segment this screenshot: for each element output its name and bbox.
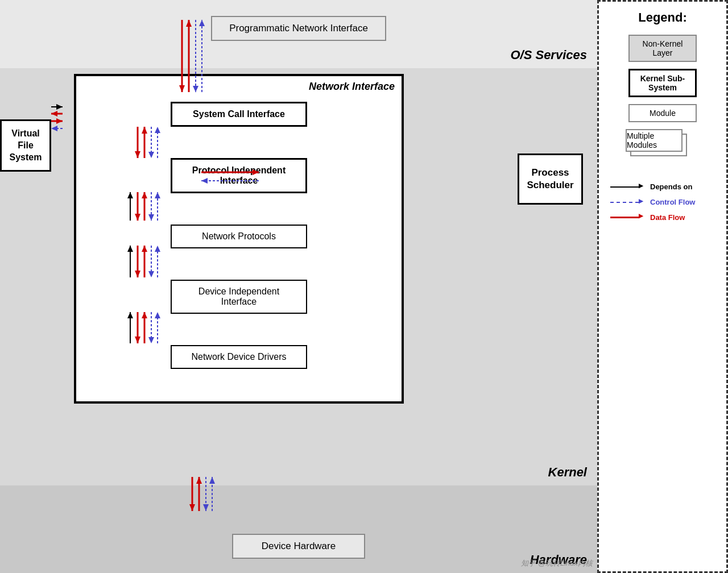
system-call-interface-box: System Call Interface: [171, 102, 307, 127]
svg-marker-33: [127, 192, 133, 198]
network-interface-big-box: Network Interface System Call Interface …: [74, 74, 404, 404]
legend-depends-on-row: Depends on: [610, 182, 715, 191]
os-services-layer: Programmatic Network Interface O/S Servi…: [0, 0, 597, 68]
svg-marker-9: [135, 214, 140, 221]
network-protocols-box: Network Protocols: [171, 225, 307, 248]
legend-multiple-modules-front: Multiple Modules: [626, 129, 682, 152]
device-independent-interface-box: Device Independent Interface: [171, 280, 307, 314]
control-flow-label: Control Flow: [650, 198, 695, 206]
hardware-arrows-svg: [11, 494, 586, 528]
svg-marker-25: [135, 337, 140, 343]
svg-marker-23: [155, 246, 160, 252]
legend-title: Legend:: [610, 10, 715, 25]
svg-marker-63: [203, 504, 209, 511]
depends-on-arrow: [610, 186, 639, 188]
process-scheduler-box: Process Scheduler: [518, 153, 583, 205]
network-protocols-label: Network Protocols: [202, 231, 276, 241]
svg-marker-5: [148, 152, 154, 158]
svg-marker-3: [142, 127, 147, 134]
legend-multiple-modules-label: Multiple Modules: [627, 131, 681, 150]
svg-marker-15: [155, 192, 160, 198]
svg-marker-59: [189, 504, 195, 511]
svg-marker-53: [51, 126, 57, 131]
svg-marker-35: [127, 246, 133, 252]
programmatic-network-interface-label: Programmatic Network Interface: [229, 23, 368, 34]
svg-marker-27: [142, 312, 147, 318]
legend-module-item: Module: [610, 104, 715, 122]
legend-non-kernel-item: Non-Kernel Layer: [610, 35, 715, 62]
svg-marker-19: [142, 246, 147, 252]
process-scheduler-label: Process Scheduler: [525, 167, 576, 192]
network-device-drivers-label: Network Device Drivers: [191, 352, 286, 362]
network-device-drivers-box: Network Device Drivers: [171, 345, 307, 369]
svg-marker-21: [148, 271, 154, 277]
data-flow-label: Data Flow: [650, 213, 685, 222]
kernel-label: Kernel: [548, 465, 587, 480]
virtual-file-system-box: Virtual File System: [0, 119, 51, 172]
legend-data-flow-row: Data Flow: [610, 213, 715, 222]
svg-marker-29: [148, 337, 154, 343]
data-flow-arrow: [610, 217, 639, 218]
watermark: 知乎 @玩转Linux内核: [521, 558, 593, 568]
legend-module-box: Module: [628, 104, 697, 122]
depends-on-label: Depends on: [650, 182, 692, 191]
os-services-label: O/S Services: [510, 48, 587, 63]
control-flow-arrow: [610, 202, 639, 203]
legend-module-label: Module: [650, 109, 676, 118]
svg-marker-51: [56, 118, 63, 124]
svg-marker-11: [142, 192, 147, 198]
protocol-independent-interface-box: Protocol Independent Interface: [171, 158, 307, 193]
legend-multiple-modules-item: Multiple Modules: [610, 129, 715, 163]
legend-kernel-item: Kernel Sub-System: [610, 69, 715, 97]
legend-kernel-box: Kernel Sub-System: [628, 69, 697, 97]
legend-non-kernel-label: Non-Kernel Layer: [643, 39, 683, 57]
svg-marker-7: [155, 127, 160, 133]
protocol-independent-interface-label: Protocol Independent Interface: [192, 165, 286, 185]
svg-marker-17: [135, 271, 140, 277]
virtual-file-system-label: Virtual File System: [7, 128, 44, 163]
svg-marker-1: [135, 151, 140, 158]
svg-marker-49: [51, 111, 57, 117]
svg-marker-47: [56, 104, 63, 110]
svg-marker-31: [155, 312, 160, 318]
device-hardware-label: Device Hardware: [262, 541, 336, 551]
legend-panel: Legend: Non-Kernel Layer Kernel Sub-Syst…: [597, 0, 728, 573]
device-independent-interface-label: Device Independent Interface: [198, 286, 279, 306]
system-call-interface-label: System Call Interface: [193, 109, 285, 119]
legend-kernel-label: Kernel Sub-System: [640, 74, 685, 92]
network-interface-label: Network Interface: [309, 81, 395, 93]
hardware-layer: Hardware Device Hardware 知乎 @玩转Linu: [0, 485, 597, 573]
svg-marker-13: [148, 214, 154, 221]
legend-non-kernel-box: Non-Kernel Layer: [628, 35, 697, 62]
programmatic-network-interface-box: Programmatic Network Interface: [211, 16, 386, 41]
kernel-layer: Kernel Virtual File System Network Inter…: [0, 68, 597, 485]
legend-control-flow-row: Control Flow: [610, 198, 715, 206]
svg-marker-37: [127, 312, 133, 318]
device-hardware-box: Device Hardware: [232, 534, 365, 559]
